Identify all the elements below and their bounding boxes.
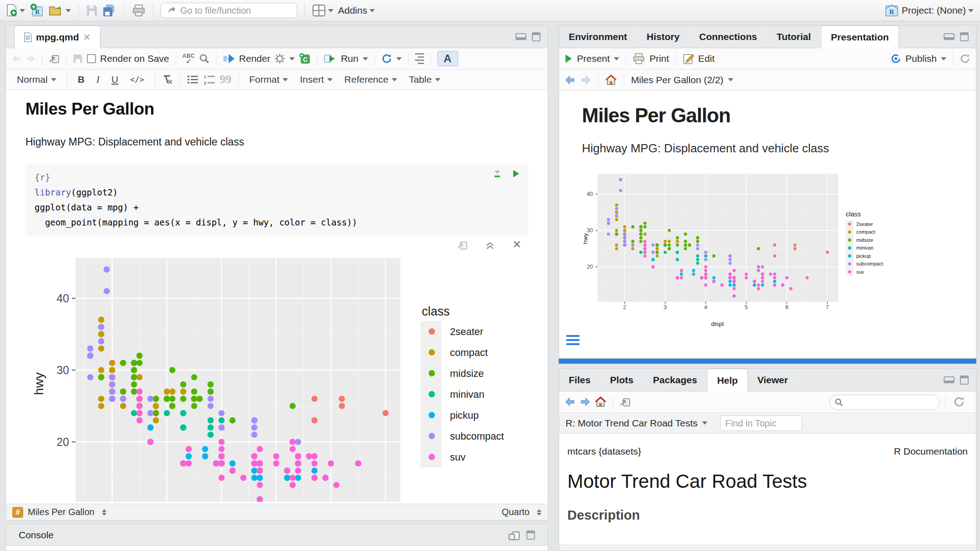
tab-presentation[interactable]: Presentation bbox=[821, 25, 899, 48]
new-file-button[interactable] bbox=[6, 4, 25, 17]
tab-viewer[interactable]: Viewer bbox=[748, 369, 798, 391]
help-topic-caret[interactable] bbox=[702, 421, 707, 425]
open-file-button[interactable] bbox=[49, 4, 71, 17]
insert-chunk-icon[interactable]: C bbox=[299, 53, 311, 65]
tab-history[interactable]: History bbox=[637, 25, 689, 48]
present-button[interactable]: Present bbox=[577, 53, 610, 64]
goto-file-box[interactable] bbox=[161, 3, 297, 18]
section-picker-icon[interactable] bbox=[102, 509, 106, 516]
clear-output-icon[interactable]: ✕ bbox=[512, 240, 521, 250]
paragraph-style-menu[interactable]: Normal bbox=[13, 74, 60, 85]
home-icon[interactable] bbox=[605, 75, 617, 85]
addins-menu[interactable]: Addins bbox=[338, 5, 375, 16]
tab-packages[interactable]: Packages bbox=[643, 369, 707, 391]
back-icon[interactable] bbox=[565, 75, 576, 85]
tab-mpg-qmd[interactable]: mpg.qmd ✕ bbox=[14, 25, 101, 48]
search-icon[interactable] bbox=[199, 53, 210, 64]
status-doc-type[interactable]: Quarto bbox=[502, 507, 530, 517]
tab-tutorial[interactable]: Tutorial bbox=[767, 25, 821, 48]
tab-connections[interactable]: Connections bbox=[690, 25, 767, 48]
find-in-topic-box[interactable] bbox=[720, 416, 802, 431]
console-popout-icon[interactable] bbox=[508, 530, 520, 541]
minimize-icon[interactable] bbox=[944, 33, 955, 40]
insert-menu[interactable]: Insert bbox=[296, 74, 336, 85]
save-all-button[interactable] bbox=[102, 4, 117, 17]
maximize-icon[interactable] bbox=[960, 376, 969, 385]
save-icon[interactable] bbox=[73, 54, 83, 64]
refresh-icon[interactable] bbox=[960, 53, 970, 64]
collapse-output-icon[interactable] bbox=[485, 240, 495, 250]
back-icon[interactable] bbox=[565, 397, 576, 407]
popout-icon[interactable] bbox=[620, 397, 631, 407]
forward-icon[interactable] bbox=[580, 75, 591, 85]
render-button[interactable]: Render bbox=[239, 53, 270, 64]
spellcheck-icon[interactable]: ABC✓ bbox=[182, 54, 195, 64]
clear-format-icon[interactable] bbox=[162, 75, 173, 85]
bold-button[interactable]: B bbox=[74, 74, 88, 85]
project-menu[interactable]: R Project: (None) bbox=[884, 3, 974, 18]
pane-splitter[interactable] bbox=[559, 359, 976, 364]
new-project-button[interactable]: R bbox=[30, 3, 44, 18]
pane-layout-button[interactable] bbox=[312, 4, 333, 17]
rerun-icon[interactable] bbox=[381, 53, 392, 64]
rerun-caret[interactable] bbox=[396, 57, 402, 60]
bullet-list-icon[interactable] bbox=[187, 75, 199, 85]
outline-icon[interactable] bbox=[415, 53, 424, 64]
run-chunk-icon[interactable] bbox=[512, 169, 520, 178]
popout-icon[interactable] bbox=[49, 54, 60, 64]
gear-icon[interactable] bbox=[274, 53, 285, 64]
publish-caret[interactable] bbox=[941, 57, 946, 60]
console-header[interactable]: Console bbox=[6, 524, 548, 546]
maximize-icon[interactable] bbox=[960, 32, 969, 41]
present-caret[interactable] bbox=[614, 57, 619, 60]
reference-menu[interactable]: Reference bbox=[341, 74, 401, 85]
svg-text:2: 2 bbox=[623, 304, 626, 311]
help-scrollbar-track[interactable] bbox=[559, 545, 976, 551]
table-menu[interactable]: Table bbox=[405, 74, 444, 85]
minimize-icon[interactable] bbox=[515, 33, 526, 40]
visual-editor-toggle[interactable]: A bbox=[437, 51, 458, 66]
find-in-topic-input[interactable] bbox=[721, 416, 793, 431]
slide-nav-title[interactable]: Miles Per Gallon (2/2) bbox=[631, 75, 723, 85]
numbered-list-icon[interactable]: 12 bbox=[203, 75, 215, 85]
popout-output-icon[interactable] bbox=[457, 240, 468, 250]
save-button[interactable] bbox=[86, 5, 98, 16]
help-search-input[interactable] bbox=[846, 397, 933, 408]
back-icon[interactable] bbox=[11, 54, 21, 63]
run-chunks-above-icon[interactable] bbox=[493, 169, 502, 178]
italic-button[interactable]: I bbox=[93, 74, 103, 85]
code-button[interactable]: </> bbox=[126, 75, 148, 84]
edit-button[interactable]: Edit bbox=[698, 53, 715, 64]
tab-files[interactable]: Files bbox=[559, 369, 601, 391]
status-section-label[interactable]: Miles Per Gallon bbox=[28, 507, 95, 517]
tab-close-icon[interactable]: ✕ bbox=[83, 32, 91, 43]
tab-help[interactable]: Help bbox=[707, 369, 748, 391]
home-icon[interactable] bbox=[595, 396, 606, 407]
help-topic-label[interactable]: R: Motor Trend Car Road Tests bbox=[566, 418, 697, 429]
render-options-caret[interactable] bbox=[289, 57, 295, 60]
render-on-save-checkbox[interactable] bbox=[87, 54, 96, 63]
print-button[interactable]: Print bbox=[649, 53, 669, 64]
run-button[interactable]: Run bbox=[341, 53, 359, 64]
slide-nav-caret[interactable] bbox=[728, 78, 733, 81]
goto-file-input[interactable] bbox=[179, 5, 284, 16]
refresh-icon[interactable] bbox=[953, 396, 965, 408]
help-search-box[interactable] bbox=[829, 395, 940, 410]
console-maximize-icon[interactable] bbox=[526, 531, 535, 540]
underline-button[interactable]: U bbox=[108, 74, 122, 85]
run-caret[interactable] bbox=[363, 57, 368, 60]
code-chunk[interactable]: {r} library(ggplot2) ggplot(data = mpg) … bbox=[25, 165, 528, 235]
forward-icon[interactable] bbox=[25, 54, 35, 63]
tab-plots[interactable]: Plots bbox=[601, 369, 643, 391]
tab-environment[interactable]: Environment bbox=[559, 25, 637, 48]
forward-icon[interactable] bbox=[580, 397, 591, 407]
slide-menu-icon[interactable] bbox=[566, 335, 580, 345]
editor-window-buttons bbox=[515, 25, 541, 48]
publish-button[interactable]: Publish bbox=[905, 53, 937, 64]
print-button[interactable] bbox=[132, 4, 146, 17]
minimize-icon[interactable] bbox=[944, 376, 955, 383]
blockquote-icon[interactable]: 99 bbox=[220, 73, 232, 86]
doc-type-picker-icon[interactable] bbox=[537, 509, 541, 516]
format-menu[interactable]: Format bbox=[246, 74, 292, 85]
maximize-icon[interactable] bbox=[532, 32, 541, 41]
